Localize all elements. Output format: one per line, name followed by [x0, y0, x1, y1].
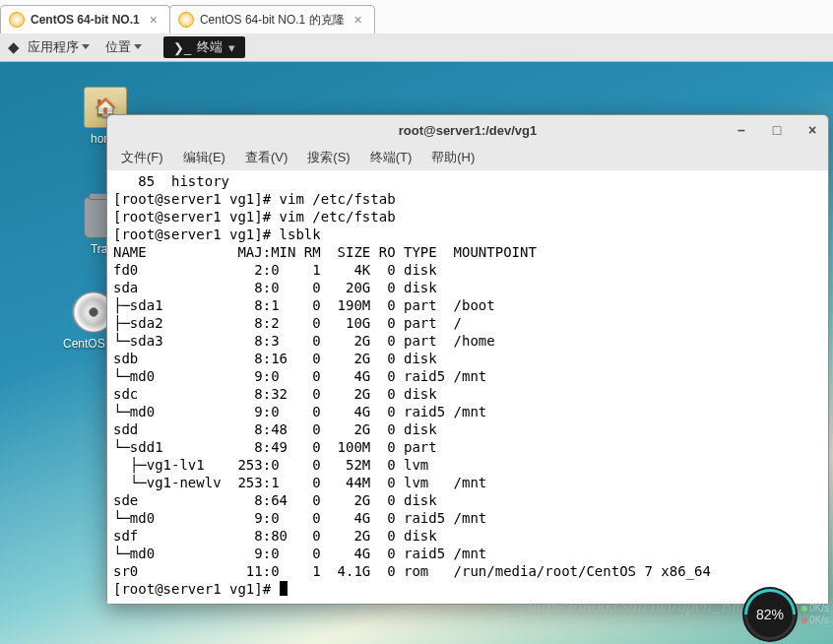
terminal-icon: ❯_ — [173, 40, 191, 55]
app-tab-bar: CentOS 64-bit NO.1 × CentOS 64-bit NO.1 … — [0, 0, 833, 34]
taskbar-terminal[interactable]: ❯_ 终端 ▾ — [163, 36, 245, 58]
net-download: 0K/s — [801, 614, 829, 626]
app-tab-label: CentOS 64-bit NO.1 的克隆 — [200, 12, 345, 29]
minimize-button[interactable]: – — [734, 122, 749, 138]
cpu-gauge[interactable]: 82% — [742, 587, 798, 642]
panel-places[interactable]: 位置 — [105, 38, 142, 56]
term-line: 85 history — [113, 173, 229, 189]
lsblk-row: └─md0 9:0 0 4G 0 raid5 /mnt — [113, 404, 486, 419]
top-panel: ◆ 应用程序 位置 ❯_ 终端 ▾ — [0, 33, 833, 62]
lsblk-row: fd0 2:0 1 4K 0 disk — [113, 262, 454, 278]
menu-search[interactable]: 搜索(S) — [303, 147, 353, 168]
window-titlebar[interactable]: root@server1:/dev/vg1 – □ × — [107, 115, 828, 145]
vm-icon — [178, 12, 194, 28]
terminal-window: root@server1:/dev/vg1 – □ × 文件(F) 编辑(E) … — [106, 114, 829, 605]
vm-icon — [9, 12, 25, 28]
menu-bar: 文件(F) 编辑(E) 查看(V) 搜索(S) 终端(T) 帮助(H) — [107, 145, 828, 170]
system-tray: 82% 0K/s 0K/s — [742, 587, 829, 642]
lsblk-row: sda 8:0 0 20G 0 disk — [113, 280, 454, 295]
chevron-down-icon: ▾ — [228, 40, 235, 55]
lsblk-row: └─sda3 8:3 0 2G 0 part /home — [113, 333, 495, 349]
term-line: [root@server1 vg1]# vim /etc/fstab — [113, 209, 396, 225]
menu-help[interactable]: 帮助(H) — [427, 147, 479, 168]
chevron-down-icon — [82, 44, 90, 50]
close-icon[interactable]: × — [150, 12, 158, 28]
app-tab-centos-clone[interactable]: CentOS 64-bit NO.1 的克隆 × — [169, 5, 375, 33]
panel-applications[interactable]: 应用程序 — [28, 38, 90, 56]
lsblk-row: └─vg1-newlv 253:1 0 44M 0 lvm /mnt — [113, 475, 486, 490]
term-prompt: [root@server1 vg1]# — [113, 581, 280, 597]
lsblk-row: ├─sda1 8:1 0 190M 0 part /boot — [113, 297, 495, 313]
gauge-value: 82% — [756, 607, 784, 622]
term-line: [root@server1 vg1]# vim /etc/fstab — [113, 191, 396, 207]
menu-file[interactable]: 文件(F) — [117, 147, 167, 168]
taskbar-terminal-label: 终端 — [197, 38, 223, 56]
close-icon[interactable]: × — [354, 12, 362, 28]
term-line: [root@server1 vg1]# lsblk — [113, 226, 321, 242]
lsblk-header: NAME MAJ:MIN RM SIZE RO TYPE MOUNTPOINT — [113, 244, 537, 260]
panel-app-icon: ◆ — [8, 38, 20, 56]
lsblk-row: sdd 8:48 0 2G 0 disk — [113, 421, 454, 437]
net-upload: 0K/s — [801, 603, 829, 614]
lsblk-row: └─sdd1 8:49 0 100M 0 part — [113, 439, 454, 455]
window-buttons: – □ × — [734, 122, 820, 138]
lsblk-row: sr0 11:0 1 4.1G 0 rom /run/media/root/Ce… — [113, 563, 711, 579]
watermark: https://blog.csdn.net/open_Blog — [528, 596, 754, 616]
lsblk-row: ├─vg1-lv1 253:0 0 52M 0 lvm — [113, 457, 454, 473]
lsblk-row: └─md0 9:0 0 4G 0 raid5 /mnt — [113, 510, 486, 526]
menu-terminal[interactable]: 终端(T) — [366, 147, 416, 168]
menu-view[interactable]: 查看(V) — [241, 147, 291, 168]
cursor — [280, 581, 288, 596]
terminal-output[interactable]: 85 history [root@server1 vg1]# vim /etc/… — [107, 170, 828, 604]
maximize-button[interactable]: □ — [769, 122, 785, 138]
lsblk-row: sdb 8:16 0 2G 0 disk — [113, 351, 454, 366]
lsblk-row: sdc 8:32 0 2G 0 disk — [113, 386, 454, 402]
menu-edit[interactable]: 编辑(E) — [179, 147, 229, 168]
close-button[interactable]: × — [804, 122, 820, 138]
chevron-down-icon — [134, 44, 142, 50]
lsblk-row: ├─sda2 8:2 0 10G 0 part / — [113, 315, 462, 331]
lsblk-row: sdf 8:80 0 2G 0 disk — [113, 528, 454, 544]
window-title: root@server1:/dev/vg1 — [115, 123, 820, 138]
panel-places-label: 位置 — [105, 38, 131, 56]
lsblk-row: └─md0 9:0 0 4G 0 raid5 /mnt — [113, 368, 486, 384]
lsblk-row: sde 8:64 0 2G 0 disk — [113, 492, 454, 508]
panel-applications-label: 应用程序 — [28, 38, 79, 56]
lsblk-row: └─md0 9:0 0 4G 0 raid5 /mnt — [113, 546, 486, 561]
network-meter: 0K/s 0K/s — [801, 603, 829, 626]
app-tab-label: CentOS 64-bit NO.1 — [31, 13, 140, 27]
app-tab-centos-1[interactable]: CentOS 64-bit NO.1 × — [0, 5, 170, 33]
